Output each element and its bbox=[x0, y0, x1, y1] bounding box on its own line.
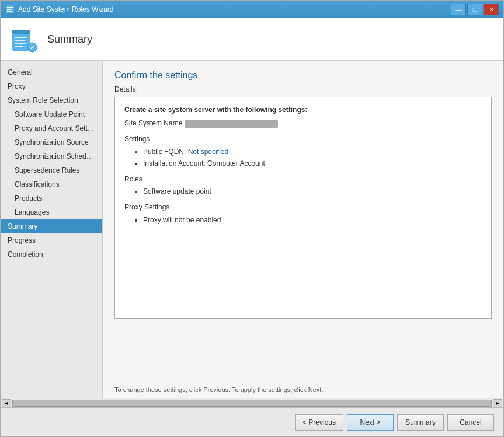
fqdn-value: Not specified bbox=[188, 148, 228, 156]
wizard-body: GeneralProxySystem Role SelectionSoftwar… bbox=[1, 61, 503, 398]
site-system-value-blurred bbox=[185, 120, 278, 128]
nav-item-proxy[interactable]: Proxy bbox=[1, 79, 102, 93]
nav-item-products[interactable]: Products bbox=[1, 191, 102, 205]
wizard-header-title: Summary bbox=[47, 33, 92, 46]
proxy-item: Proxy will not be enabled bbox=[143, 215, 482, 226]
title-bar: Add Site System Roles Wizard — □ ✕ bbox=[1, 1, 503, 18]
nav-item-general[interactable]: General bbox=[1, 65, 102, 79]
nav-item-synchronization-source[interactable]: Synchronization Source bbox=[1, 135, 102, 149]
nav-item-progress[interactable]: Progress bbox=[1, 233, 102, 247]
settings-list: Public FQDN: Not specified Installation … bbox=[124, 146, 482, 169]
svg-rect-2 bbox=[7, 9, 11, 10]
scroll-left-button[interactable]: ◄ bbox=[2, 399, 11, 407]
page-body: Details: Create a site system server wit… bbox=[103, 85, 503, 383]
site-system-label: Site System Name bbox=[124, 119, 182, 127]
install-account-text: Installation Account: Computer Account bbox=[143, 159, 265, 167]
app-icon bbox=[5, 5, 15, 14]
svg-rect-8 bbox=[15, 43, 26, 44]
nav-item-software-update-point[interactable]: Software Update Point bbox=[1, 107, 102, 121]
scrollbar-track: ◄ ► bbox=[1, 398, 503, 408]
proxy-settings-heading: Proxy Settings bbox=[124, 202, 482, 213]
nav-item-supersedence-rules[interactable]: Supersedence Rules bbox=[1, 163, 102, 177]
page-title: Confirm the settings bbox=[103, 61, 503, 85]
svg-text:✓: ✓ bbox=[30, 44, 34, 51]
site-system-name-line: Site System Name bbox=[124, 118, 482, 129]
scroll-right-button[interactable]: ► bbox=[493, 399, 502, 407]
title-controls: — □ ✕ bbox=[451, 4, 499, 15]
roles-list: Software update point bbox=[124, 186, 482, 197]
details-label: Details: bbox=[114, 85, 492, 93]
close-button[interactable]: ✕ bbox=[484, 4, 499, 15]
header-icon: ✓ bbox=[10, 25, 38, 53]
software-update-text: Software update point bbox=[143, 187, 211, 195]
scroll-thumb[interactable] bbox=[12, 400, 492, 407]
proxy-list: Proxy will not be enabled bbox=[124, 215, 482, 226]
proxy-text: Proxy will not be enabled bbox=[143, 216, 221, 224]
svg-rect-3 bbox=[7, 11, 12, 12]
nav-item-completion[interactable]: Completion bbox=[1, 247, 102, 261]
roles-heading: Roles bbox=[124, 174, 482, 185]
settings-heading: Settings bbox=[124, 134, 482, 145]
svg-rect-6 bbox=[15, 37, 27, 38]
svg-rect-7 bbox=[15, 40, 25, 41]
right-panel: Confirm the settings Details: Create a s… bbox=[103, 61, 503, 398]
nav-item-languages[interactable]: Languages bbox=[1, 205, 102, 219]
wizard-header: ✓ Summary bbox=[1, 18, 503, 61]
svg-rect-1 bbox=[7, 7, 13, 8]
fqdn-text: Public FQDN: Not specified bbox=[143, 148, 228, 156]
summary-button[interactable]: Summary bbox=[397, 414, 444, 431]
left-nav: GeneralProxySystem Role SelectionSoftwar… bbox=[1, 61, 103, 398]
footer-hint: To change these settings, click Previous… bbox=[103, 383, 503, 398]
maximize-button[interactable]: □ bbox=[467, 4, 482, 15]
fqdn-item: Public FQDN: Not specified bbox=[143, 146, 482, 158]
horizontal-scrollbar[interactable]: ◄ ► bbox=[1, 398, 503, 407]
nav-item-system-role-selection[interactable]: System Role Selection bbox=[1, 93, 102, 107]
create-heading: Create a site system server with the fol… bbox=[124, 104, 482, 116]
cancel-button[interactable]: Cancel bbox=[447, 414, 494, 431]
minimize-button[interactable]: — bbox=[451, 4, 466, 15]
nav-item-summary[interactable]: Summary bbox=[1, 219, 102, 233]
main-content: GeneralProxySystem Role SelectionSoftwar… bbox=[1, 61, 503, 407]
next-button[interactable]: Next > bbox=[347, 414, 394, 431]
details-box: Create a site system server with the fol… bbox=[114, 97, 492, 319]
nav-item-proxy-and-account[interactable]: Proxy and Account Settin… bbox=[1, 121, 102, 135]
install-account-item: Installation Account: Computer Account bbox=[143, 158, 482, 169]
wizard-window: Add Site System Roles Wizard — □ ✕ ✓ Sum… bbox=[0, 0, 504, 437]
title-bar-left: Add Site System Roles Wizard bbox=[5, 5, 113, 14]
svg-rect-5 bbox=[12, 30, 30, 34]
svg-rect-9 bbox=[15, 46, 23, 47]
previous-button[interactable]: < Previous bbox=[295, 414, 343, 431]
nav-item-classifications[interactable]: Classifications bbox=[1, 177, 102, 191]
window-title: Add Site System Roles Wizard bbox=[18, 5, 113, 13]
nav-item-synchronization-schedule[interactable]: Synchronization Schedul… bbox=[1, 149, 102, 163]
bottom-bar: < Previous Next > Summary Cancel bbox=[1, 407, 503, 436]
software-update-item: Software update point bbox=[143, 186, 482, 197]
